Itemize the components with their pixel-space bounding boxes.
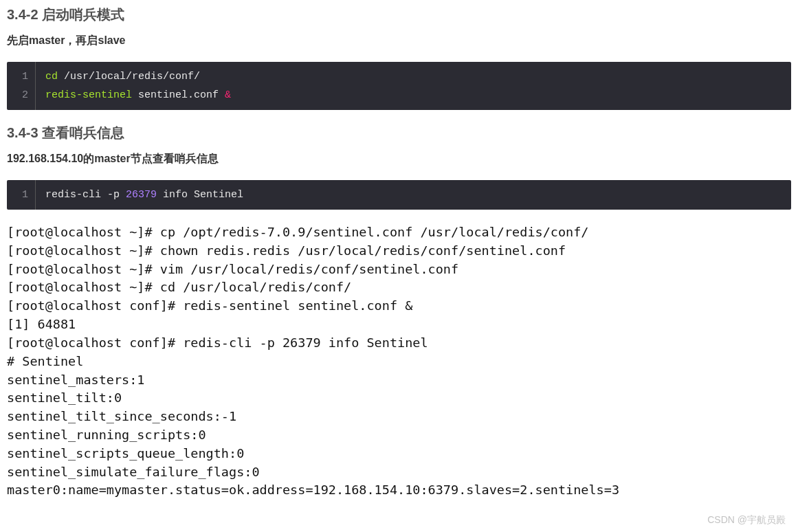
terminal-line: [root@localhost conf]# redis-sentinel se… (7, 297, 791, 315)
terminal-line: sentinel_simulate_failure_flags:0 (7, 463, 791, 482)
codeblock-2: 1 redis-cli -p 26379 info Sentinel (7, 180, 791, 210)
para-343: 192.168.154.10的master节点查看哨兵信息 (7, 152, 791, 166)
code-line: cd /usr/local/redis/conf/ (45, 67, 782, 86)
lineno: 1 (22, 67, 28, 86)
token-num: 26379 (126, 189, 157, 201)
terminal-line: [root@localhost ~]# chown redis.redis /u… (7, 242, 791, 261)
code-line: redis-sentinel sentinel.conf & (45, 86, 782, 104)
token-text: info Sentinel (157, 189, 243, 201)
codeblock-1: 1 2 cd /usr/local/redis/conf/ redis-sent… (7, 62, 791, 110)
terminal-line: master0:name=mymaster.status=ok.address=… (7, 481, 791, 500)
terminal-line: sentinel_tilt:0 (7, 389, 791, 408)
code2-gutter: 1 (7, 180, 36, 210)
code-line: redis-cli -p 26379 info Sentinel (45, 186, 782, 204)
token-cmd: cd (45, 71, 58, 82)
terminal-line: [root@localhost ~]# vim /usr/local/redis… (7, 261, 791, 279)
lineno: 1 (22, 186, 28, 204)
para-342: 先启master，再启slave (7, 34, 791, 48)
code1-gutter: 1 2 (7, 62, 36, 110)
terminal-line: [root@localhost ~]# cp /opt/redis-7.0.9/… (7, 223, 791, 242)
terminal-line: [1] 64881 (7, 315, 791, 334)
terminal-line: sentinel_scripts_queue_length:0 (7, 445, 791, 463)
terminal-line: sentinel_running_scripts:0 (7, 426, 791, 445)
terminal-line: # Sentinel (7, 353, 791, 371)
token-cmd: redis-sentinel (45, 89, 132, 101)
token-op: & (225, 89, 231, 101)
code2-lines[interactable]: redis-cli -p 26379 info Sentinel (36, 180, 791, 210)
token-arg: /usr/local/redis/conf/ (58, 71, 200, 82)
terminal-output: [root@localhost ~]# cp /opt/redis-7.0.9/… (7, 223, 791, 500)
terminal-line: [root@localhost conf]# redis-cli -p 2637… (7, 334, 791, 353)
lineno: 2 (22, 86, 28, 104)
terminal-line: [root@localhost ~]# cd /usr/local/redis/… (7, 278, 791, 297)
heading-343: 3.4-3 查看哨兵信息 (7, 124, 791, 142)
code1-lines[interactable]: cd /usr/local/redis/conf/ redis-sentinel… (36, 62, 791, 110)
token-text: redis-cli -p (45, 189, 126, 201)
token-arg: sentinel.conf (132, 89, 225, 101)
terminal-line: sentinel_masters:1 (7, 371, 791, 390)
terminal-line: sentinel_tilt_since_seconds:-1 (7, 408, 791, 426)
heading-342: 3.4-2 启动哨兵模式 (7, 5, 791, 24)
